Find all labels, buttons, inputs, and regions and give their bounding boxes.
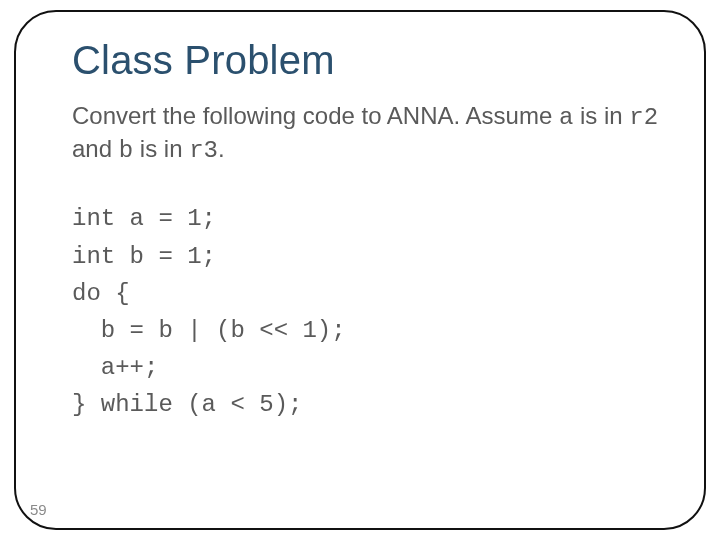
slide-title: Class Problem — [72, 38, 660, 83]
code-line: } while (a < 5); — [72, 391, 302, 418]
slide-content: Class Problem Convert the following code… — [72, 38, 660, 424]
code-line: int b = 1; — [72, 243, 216, 270]
code-line: int a = 1; — [72, 205, 216, 232]
desc-text: is in — [133, 135, 189, 162]
desc-text: . — [218, 135, 225, 162]
problem-description: Convert the following code to ANNA. Assu… — [72, 101, 660, 166]
code-line: b = b | (b << 1); — [72, 317, 346, 344]
desc-text: is in — [573, 102, 629, 129]
slide: Class Problem Convert the following code… — [0, 0, 720, 540]
code-line: a++; — [72, 354, 158, 381]
code-line: do { — [72, 280, 130, 307]
var-a: a — [559, 104, 573, 131]
page-number: 59 — [30, 501, 47, 518]
var-b: b — [119, 137, 133, 164]
reg-r3: r3 — [189, 137, 218, 164]
code-block: int a = 1; int b = 1; do { b = b | (b <<… — [72, 200, 660, 423]
reg-r2: r2 — [629, 104, 658, 131]
desc-text: and — [72, 135, 119, 162]
desc-text: Convert the following code to ANNA. Assu… — [72, 102, 559, 129]
